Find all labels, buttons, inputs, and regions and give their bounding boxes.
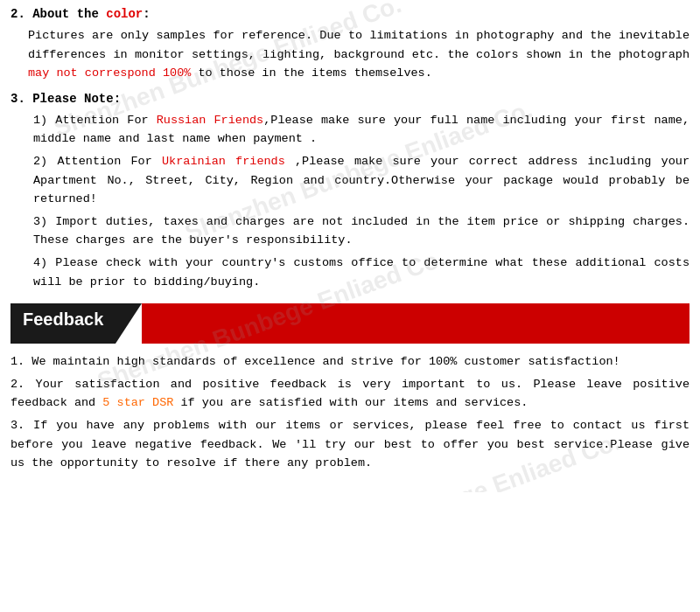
- section-color-number: 2.: [10, 7, 25, 21]
- feedback-red-bg: [142, 303, 690, 344]
- section-note-title: 3. Please Note:: [10, 92, 690, 106]
- feedback-item-3-text: If you have any problems with our items …: [10, 419, 690, 469]
- note-item-3: 3) Import duties, taxes and charges are …: [33, 212, 690, 250]
- feedback-title: Feedback: [23, 309, 103, 329]
- feedback-item-1: 1. We maintain high standards of excelle…: [10, 352, 690, 372]
- note-item-4-num: 4): [33, 256, 47, 269]
- section-note-colon: :: [114, 92, 121, 106]
- feedback-item-2-suffix: if you are satisfied with our items and …: [173, 396, 528, 409]
- note-item-3-text: Import duties, taxes and charges are not…: [33, 215, 690, 247]
- section-note-label: Please Note: [32, 92, 113, 106]
- note-item-4-text: Please check with your country's customs…: [33, 256, 690, 289]
- color-description: Pictures are only samples for reference.…: [28, 26, 690, 83]
- note-item-2: 2) Attention For Ukrainian friends ,Plea…: [33, 152, 690, 209]
- feedback-item-2-num: 2.: [10, 378, 24, 391]
- section-please-note: 3. Please Note: 1) Attention For Russian…: [10, 92, 690, 291]
- note-item-4: 4) Please check with your country's cust…: [33, 254, 690, 291]
- feedback-item-2-highlight: 5 star DSR: [102, 396, 173, 409]
- note-item-2-num: 2): [33, 155, 47, 168]
- section-color: 2. About the color: Pictures are only sa…: [10, 7, 690, 83]
- feedback-item-2: 2. Your satisfaction and positive feedba…: [10, 375, 690, 413]
- section-color-label: About the: [32, 7, 106, 21]
- note-item-1: 1) Attention For Russian Friends,Please …: [33, 111, 690, 149]
- section-color-colon: :: [143, 7, 150, 21]
- feedback-item-3-num: 3.: [10, 419, 24, 432]
- color-text-2: to those in the items themselves.: [191, 66, 431, 80]
- feedback-item-1-text: We maintain high standards of excellence…: [32, 355, 620, 368]
- note-item-2-highlight: Ukrainian friends: [162, 155, 285, 168]
- feedback-item-3: 3. If you have any problems with our ite…: [10, 416, 690, 473]
- section-feedback: 1. We maintain high standards of excelle…: [10, 352, 690, 473]
- note-item-1-highlight: Russian Friends: [157, 114, 264, 127]
- note-item-3-num: 3): [33, 215, 47, 228]
- feedback-header-bar: Feedback: [10, 303, 690, 344]
- feedback-item-1-num: 1.: [10, 355, 24, 368]
- feedback-black-bg: Feedback: [10, 303, 116, 344]
- feedback-wedge: [116, 303, 142, 344]
- section-note-number: 3.: [10, 92, 25, 106]
- note-item-2-prefix: Attention For: [57, 155, 162, 168]
- section-color-title: 2. About the color:: [10, 7, 690, 21]
- note-item-1-num: 1): [33, 114, 47, 127]
- color-highlight: may not correspond 100%: [28, 66, 191, 80]
- note-item-1-prefix: Attention For: [55, 114, 156, 127]
- section-color-keyword: color: [106, 7, 143, 21]
- color-text-1: Pictures are only samples for reference.…: [28, 29, 690, 61]
